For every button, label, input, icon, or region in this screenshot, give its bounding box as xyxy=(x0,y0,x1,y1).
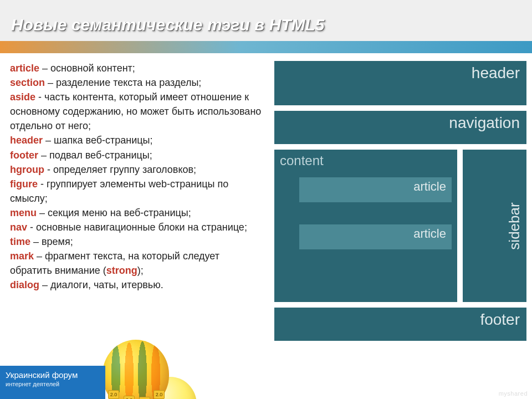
term-mark: mark xyxy=(10,250,34,262)
watermark: myshared xyxy=(499,390,528,397)
diagram-sidebar-label: sidebar xyxy=(506,202,523,249)
def-section: section – разделение текста на разделы; xyxy=(10,75,262,90)
term-header: header xyxy=(10,135,43,146)
diagram-article1-label: article xyxy=(413,180,446,193)
diagram-article1-box: article xyxy=(299,177,452,202)
term-footer: footer xyxy=(10,150,38,161)
term-menu: menu xyxy=(10,207,37,218)
balloon-tag-4: 2.0 xyxy=(154,390,165,399)
term-aside: aside xyxy=(10,91,35,103)
diagram-navigation-label: navigation xyxy=(449,114,520,131)
diagram-footer-box: footer xyxy=(274,308,526,341)
def-time: time – время; xyxy=(10,234,262,249)
term-strong: strong xyxy=(106,265,137,276)
def-mark: mark – фрагмент текста, на который следу… xyxy=(10,249,262,278)
balloon-tag-2: 2.0 xyxy=(124,396,135,399)
diagram-content-label: content xyxy=(280,153,324,168)
def-figure: figure - группирует элементы web-страниц… xyxy=(10,177,262,206)
balloon-tag-3: 2.0 xyxy=(139,397,150,399)
def-hgroup: hgroup - определяет группу заголовков; xyxy=(10,162,262,177)
diagram-footer-label: footer xyxy=(480,311,520,328)
def-dialog: dialog – диалоги, чаты, итервью. xyxy=(10,278,262,292)
footer-logo-area: 2.0 2.0 2.0 2.0 Украинский форум интерне… xyxy=(0,344,144,399)
def-aside: aside - часть контента, который имеет от… xyxy=(10,90,262,133)
forum-badge-line2: интернет деятелей xyxy=(6,381,100,388)
diagram-navigation-box: navigation xyxy=(274,111,526,144)
term-section: section xyxy=(10,77,45,88)
diagram-header-box: header xyxy=(274,61,526,105)
diagram-sidebar-box: sidebar xyxy=(463,150,526,302)
def-menu: menu – секция меню на веб-страницы; xyxy=(10,206,262,220)
term-dialog: dialog xyxy=(10,279,39,290)
slide-title: Новые семантические тэги в HTML5 xyxy=(11,16,325,34)
diagram-header-label: header xyxy=(472,64,520,81)
layout-diagram: header navigation content article articl… xyxy=(274,61,526,399)
term-nav: nav xyxy=(10,222,27,233)
title-gradient-bar xyxy=(0,41,532,53)
def-nav: nav - основные навигационные блоки на ст… xyxy=(10,220,262,234)
def-footer: footer – подвал веб-страницы; xyxy=(10,148,262,162)
forum-badge: Украинский форум интернет деятелей xyxy=(0,366,105,399)
def-article: article – основной контент; xyxy=(10,61,262,75)
balloon-tag-1: 2.0 xyxy=(108,390,119,399)
diagram-article2-label: article xyxy=(413,227,446,241)
term-time: time xyxy=(10,236,30,247)
slide-title-band: Новые семантические тэги в HTML5 xyxy=(0,0,532,50)
diagram-content-box: content article article xyxy=(274,150,457,302)
diagram-article2-box: article xyxy=(299,224,452,249)
term-article: article xyxy=(10,63,39,74)
forum-badge-line1: Украинский форум xyxy=(6,370,100,381)
term-figure: figure xyxy=(10,178,38,190)
def-header: header – шапка веб-страницы; xyxy=(10,133,262,147)
term-hgroup: hgroup xyxy=(10,164,44,175)
